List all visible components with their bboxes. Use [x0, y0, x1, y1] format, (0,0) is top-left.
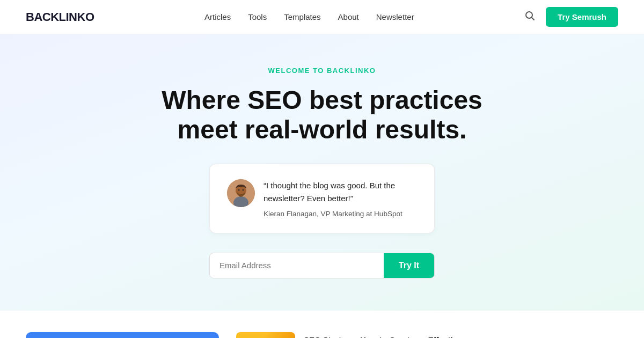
nav-right: Try Semrush	[524, 7, 618, 27]
try-semrush-button[interactable]: Try Semrush	[546, 7, 618, 27]
nav-tools[interactable]: Tools	[248, 12, 267, 21]
nav-about[interactable]: About	[338, 12, 359, 21]
hero-section: WELCOME TO BACKLINKO Where SEO best prac…	[0, 34, 644, 311]
testimonial-quote: “I thought the blog was good. But the ne…	[264, 179, 417, 204]
try-it-button[interactable]: Try It	[384, 253, 434, 278]
svg-line-1	[532, 18, 535, 20]
featured-card-blue[interactable]	[26, 332, 219, 338]
testimonial-author: Kieran Flanagan, VP Marketing at HubSpot	[264, 210, 417, 218]
avatar	[227, 179, 255, 207]
navbar: BACKLINKO Articles Tools Templates About…	[0, 0, 644, 34]
testimonial-card: “I thought the blog was good. But the ne…	[209, 164, 435, 233]
email-form: Try It	[209, 253, 435, 278]
article-thumbnail	[236, 332, 295, 338]
search-icon[interactable]	[524, 10, 535, 24]
hero-label: WELCOME TO BACKLINKO	[268, 67, 376, 75]
testimonial-text: “I thought the blog was good. But the ne…	[264, 179, 417, 218]
nav-templates[interactable]: Templates	[284, 12, 320, 21]
article-info: SEO Strategy: How to Create an Effective…	[304, 332, 469, 338]
logo-dark: O	[85, 10, 94, 24]
logo-green: BACKLINK	[26, 10, 85, 24]
svg-point-6	[243, 189, 244, 191]
article-title: SEO Strategy: How to Create an Effective…	[304, 334, 469, 338]
svg-point-5	[238, 189, 240, 191]
hero-title: Where SEO best practices meet real-world…	[162, 85, 482, 144]
email-input[interactable]	[210, 253, 384, 278]
nav-newsletter[interactable]: Newsletter	[376, 12, 414, 21]
hero-title-line1: Where SEO best practices	[162, 86, 482, 114]
article-card[interactable]: SEO Strategy: How to Create an Effective…	[236, 332, 618, 338]
bottom-section: SEO Strategy: How to Create an Effective…	[0, 311, 644, 338]
nav-articles[interactable]: Articles	[204, 12, 231, 21]
nav-links: Articles Tools Templates About Newslette…	[204, 12, 414, 22]
logo[interactable]: BACKLINKO	[26, 10, 94, 24]
hero-title-line2: meet real-world results.	[178, 115, 467, 144]
